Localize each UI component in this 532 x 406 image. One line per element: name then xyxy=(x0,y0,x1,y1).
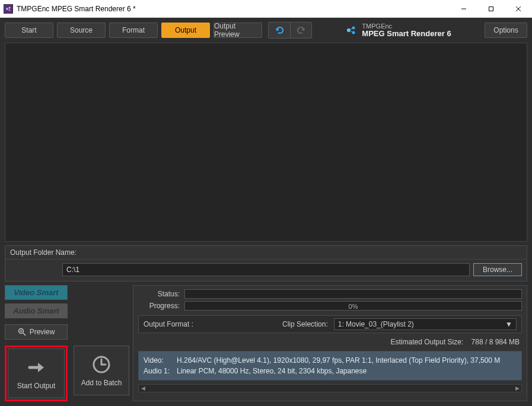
window-title: TMPGEnc MPEG Smart Renderer 6 * xyxy=(17,5,450,13)
clip-selection-value: 1: Movie_03_(Playlist 2) xyxy=(338,320,414,328)
maximize-button[interactable] xyxy=(477,0,505,18)
browse-button[interactable]: Browse... xyxy=(473,263,522,276)
output-folder-label: Output Folder Name: xyxy=(5,246,527,260)
scroll-left-icon: ◀ xyxy=(140,385,146,391)
tab-output-preview[interactable]: Output Preview xyxy=(214,23,262,38)
clip-selection-dropdown[interactable]: 1: Movie_03_(Playlist 2) ▼ xyxy=(334,318,517,330)
audio-info-label: Audio 1: xyxy=(144,366,177,376)
output-format-row: Output Format : Clip Selection: 1: Movie… xyxy=(138,315,522,333)
close-button[interactable] xyxy=(505,0,532,18)
stream-info-box: Video:H.264/AVC (High@Level 4.1), 1920x1… xyxy=(138,351,522,381)
svg-rect-4 xyxy=(489,7,493,11)
redo-icon xyxy=(297,25,306,35)
app-body: Start Source Format Output Output Previe… xyxy=(0,18,532,406)
undo-button[interactable] xyxy=(269,23,290,38)
undo-icon xyxy=(275,25,284,35)
right-column: Status: Progress: 0% Output Format : Cli… xyxy=(133,285,527,401)
preview-button[interactable]: Preview xyxy=(5,324,68,340)
start-output-highlight: Start Output xyxy=(5,346,68,401)
left-column: Video Smart Audio Smart Preview Start Ou… xyxy=(5,285,129,401)
audio-smart-badge: Audio Smart xyxy=(5,303,68,318)
video-info-value: H.264/AVC (High@Level 4.1), 1920x1080, 2… xyxy=(177,356,500,365)
svg-line-13 xyxy=(23,333,26,335)
brand-line2: MPEG Smart Renderer 6 xyxy=(362,30,451,38)
svg-point-0 xyxy=(6,8,8,10)
add-to-batch-label: Add to Batch xyxy=(81,379,122,387)
video-info-label: Video: xyxy=(144,355,177,366)
preview-stage xyxy=(5,43,527,242)
svg-point-1 xyxy=(9,7,11,8)
audio-info-value: Linear PCM, 48000 Hz, Stereo, 24 bit, 23… xyxy=(177,367,367,375)
preview-button-label: Preview xyxy=(30,328,55,336)
scroll-right-icon: ▶ xyxy=(514,385,520,391)
estimated-size-label: Estimated Output Size: xyxy=(391,338,464,346)
brand: TMPGEnc MPEG Smart Renderer 6 xyxy=(316,23,481,38)
tab-output[interactable]: Output xyxy=(161,23,210,38)
minimize-button[interactable] xyxy=(450,0,477,18)
bottom-panel: Video Smart Audio Smart Preview Start Ou… xyxy=(5,285,527,401)
chevron-down-icon: ▼ xyxy=(505,320,512,328)
horizontal-scrollbar[interactable]: ◀ ▶ xyxy=(138,384,522,392)
start-output-button[interactable]: Start Output xyxy=(8,349,65,398)
status-bar xyxy=(184,289,522,299)
output-folder-input[interactable] xyxy=(62,263,470,276)
progress-bar: 0% xyxy=(184,301,522,311)
app-icon xyxy=(4,4,13,14)
add-to-batch-button[interactable]: Add to Batch xyxy=(74,346,129,395)
redo-button[interactable] xyxy=(290,23,311,38)
progress-label: Progress: xyxy=(138,302,180,310)
clock-icon xyxy=(91,354,112,375)
brand-logo-icon xyxy=(345,24,357,36)
clip-selection-label: Clip Selection: xyxy=(282,320,328,328)
status-label: Status: xyxy=(138,290,180,298)
tab-start[interactable]: Start xyxy=(5,23,53,38)
start-output-label: Start Output xyxy=(17,382,56,390)
svg-point-2 xyxy=(9,9,11,11)
output-format-label: Output Format : xyxy=(144,320,193,328)
video-smart-badge: Video Smart xyxy=(5,285,68,300)
options-button[interactable]: Options xyxy=(485,23,527,38)
undo-redo-group xyxy=(268,22,312,39)
output-folder-section: Output Folder Name: Browse... xyxy=(5,245,527,282)
estimated-size-value: 788 / 8 984 MB xyxy=(472,338,520,346)
main-toolbar: Start Source Format Output Output Previe… xyxy=(0,18,532,43)
estimated-size-row: Estimated Output Size: 788 / 8 984 MB xyxy=(138,335,522,346)
tab-format[interactable]: Format xyxy=(109,23,158,38)
title-bar: TMPGEnc MPEG Smart Renderer 6 * xyxy=(0,0,532,18)
tab-source[interactable]: Source xyxy=(57,23,106,38)
arrow-right-icon xyxy=(26,357,47,378)
magnify-icon xyxy=(18,328,26,336)
